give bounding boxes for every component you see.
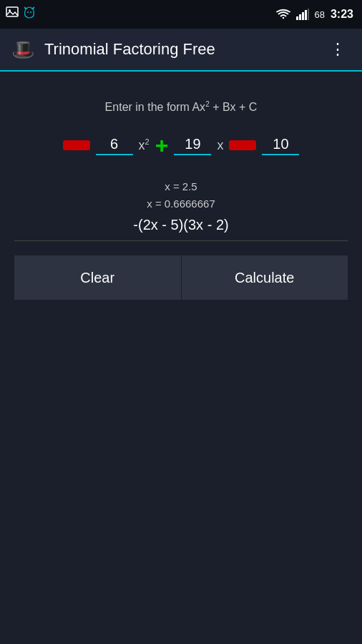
x-label: x (217, 138, 223, 153)
factored-form-result: -(2x - 5)(3x - 2) (14, 217, 348, 241)
app-title: Trinomial Factoring Free (44, 40, 324, 59)
cat-icon (23, 6, 36, 19)
main-content: Enter in the form Ax2 + Bx + C x2 + x x … (0, 72, 362, 314)
action-buttons: Clear Calculate (14, 255, 348, 300)
status-bar: 68 3:23 (0, 0, 362, 29)
app-bar: 🎩 Trinomial Factoring Free ⋮ (0, 29, 362, 72)
svg-rect-5 (299, 14, 301, 20)
svg-point-3 (30, 11, 31, 13)
plus-icon: + (155, 134, 169, 157)
instruction-suffix: + Bx + C (210, 101, 258, 113)
wifi-icon (276, 9, 290, 20)
svg-rect-8 (308, 9, 309, 20)
root2-result: x = 0.6666667 (14, 195, 348, 213)
svg-rect-4 (296, 16, 298, 20)
instruction-prefix: Enter in the form Ax (105, 101, 206, 113)
coefficient-a-input[interactable] (96, 136, 133, 155)
status-icons-left (6, 6, 36, 19)
instruction-text: Enter in the form Ax2 + Bx + C (105, 100, 258, 114)
clear-button[interactable]: Clear (14, 255, 181, 300)
root1-result: x = 2.5 (14, 178, 348, 195)
equation-input-row: x2 + x (14, 134, 348, 157)
svg-point-2 (27, 11, 29, 13)
status-icons-right: 68 3:23 (276, 8, 354, 21)
negative-sign-c (229, 140, 256, 150)
x-squared-label: x2 (139, 137, 150, 153)
calculate-button[interactable]: Calculate (182, 255, 348, 300)
coefficient-b-input[interactable] (174, 136, 211, 155)
overflow-menu-button[interactable]: ⋮ (324, 34, 352, 64)
status-time: 3:23 (331, 8, 353, 21)
negative-sign-a (63, 140, 90, 150)
svg-rect-6 (302, 12, 304, 20)
svg-rect-7 (305, 10, 307, 20)
svg-rect-0 (6, 7, 18, 16)
battery-level: 68 (315, 9, 325, 20)
results-section: x = 2.5 x = 0.6666667 -(2x - 5)(3x - 2) (14, 178, 348, 241)
app-logo: 🎩 (10, 36, 36, 62)
signal-icon (296, 9, 309, 20)
image-icon (6, 6, 19, 18)
coefficient-c-input[interactable] (262, 136, 299, 155)
